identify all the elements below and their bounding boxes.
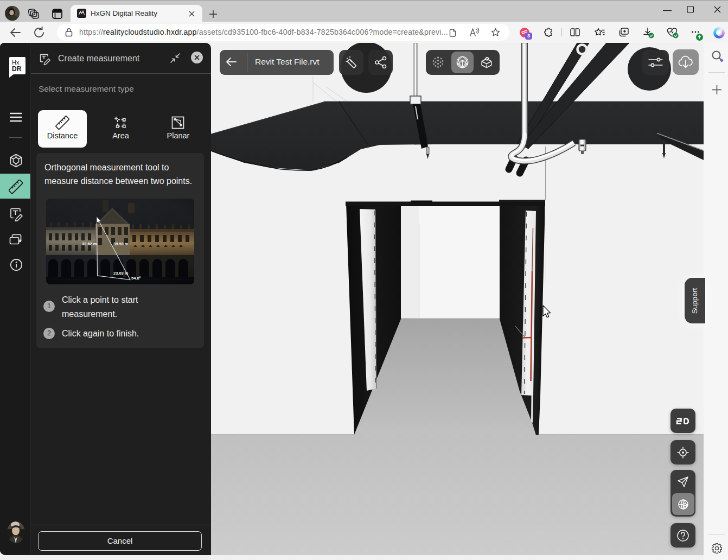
svg-text:39.93 m: 39.93 m [113, 241, 129, 246]
svg-text:32.62 m: 32.62 m [82, 241, 97, 246]
svg-text:Hx: Hx [12, 59, 20, 66]
svg-text:23.03 m: 23.03 m [113, 271, 129, 276]
svg-text:DR: DR [12, 65, 22, 73]
svg-text:54.8°: 54.8° [131, 276, 141, 281]
